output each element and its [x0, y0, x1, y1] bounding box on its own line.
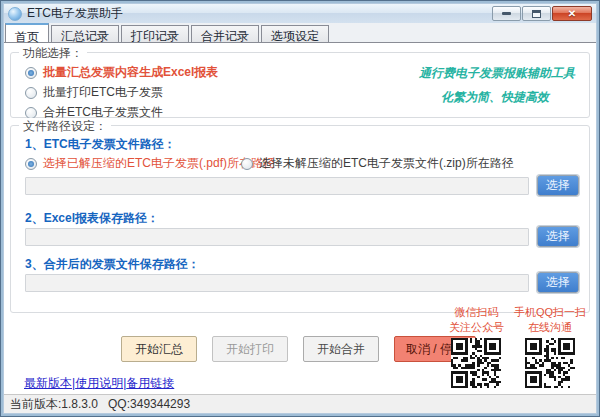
window-title: ETC电子发票助手: [27, 5, 123, 22]
tab-merge-log[interactable]: 合并记录: [191, 25, 259, 42]
qq-caption-line2: 在线沟通: [528, 320, 572, 335]
radio-unchecked-icon[interactable]: [241, 158, 253, 170]
tab-options[interactable]: 选项设定: [261, 25, 329, 42]
slogan-line-2: 化繁为简、快捷高效: [441, 89, 549, 106]
path2-label: 2、Excel报表保存路径：: [25, 210, 159, 227]
version-status-text: 当前版本:1.8.3.0: [10, 396, 98, 413]
maximize-button[interactable]: [522, 6, 551, 21]
function-group-title: 功能选择：: [19, 45, 87, 62]
excel-save-path-browse-button[interactable]: 选择: [537, 226, 579, 247]
radio-batch-summary[interactable]: 批量汇总发票内容生成Excel报表: [25, 64, 218, 81]
wechat-qr-code: [451, 338, 501, 388]
radio-zip-path[interactable]: 选择未解压缩的ETC电子发票文件(.zip)所在路径: [241, 155, 514, 172]
merged-save-path-browse-button[interactable]: 选择: [537, 272, 579, 293]
invoice-path-input[interactable]: [25, 177, 529, 195]
backup-link[interactable]: 备用链接: [126, 376, 174, 390]
radio-checked-icon[interactable]: [25, 67, 37, 79]
qq-caption-line1: 手机QQ扫一扫: [514, 305, 586, 320]
radio-batch-print[interactable]: 批量打印ETC电子发票: [25, 84, 163, 101]
tab-home[interactable]: 首页: [5, 23, 49, 42]
radio-unchecked-icon[interactable]: [25, 107, 37, 119]
path-group-title: 文件路径设定：: [19, 118, 111, 135]
merged-save-path-input[interactable]: [25, 274, 529, 292]
title-bar[interactable]: ETC电子发票助手 ✕: [4, 4, 596, 23]
qq-qr-block: 手机QQ扫一扫 在线沟通: [514, 305, 586, 388]
close-icon: ✕: [568, 9, 576, 19]
tab-strip: 首页 汇总记录 打印记录 合并记录 选项设定: [4, 23, 596, 42]
tab-print-log[interactable]: 打印记录: [121, 25, 189, 42]
qq-status-text: QQ:349344293: [108, 397, 190, 411]
qr-section: 微信扫码 关注公众号 手机QQ扫一扫 在线沟通: [449, 305, 586, 388]
usage-guide-link[interactable]: 使用说明: [75, 376, 123, 390]
wechat-qr-block: 微信扫码 关注公众号: [449, 305, 504, 388]
invoice-path-browse-button[interactable]: 选择: [537, 175, 579, 196]
app-logo-icon: [8, 7, 22, 21]
slogan-line-1: 通行费电子发票报账辅助工具: [419, 65, 575, 82]
start-print-button[interactable]: 开始打印: [212, 336, 288, 362]
path1-label: 1、ETC电子发票文件路径：: [25, 136, 176, 153]
status-bar: 当前版本:1.8.3.0 QQ:349344293: [4, 394, 596, 413]
action-button-row: 开始汇总 开始打印 开始合并 取消 / 停止: [121, 336, 476, 362]
radio-checked-icon[interactable]: [25, 158, 37, 170]
wechat-caption-line1: 微信扫码: [454, 305, 498, 320]
tab-summary-log[interactable]: 汇总记录: [51, 25, 119, 42]
path-settings-group: 文件路径设定： 1、ETC电子发票文件路径： 选择已解压缩的ETC电子发票(.p…: [10, 125, 590, 313]
path3-label: 3、合并后的发票文件保存路径：: [25, 256, 200, 273]
radio-zip-path-label: 选择未解压缩的ETC电子发票文件(.zip)所在路径: [259, 155, 514, 172]
close-button[interactable]: ✕: [552, 6, 592, 21]
app-window: ETC电子发票助手 ✕ 首页 汇总记录 打印记录 合并记录 选项设定 功能选择：: [0, 0, 600, 417]
radio-pdf-path[interactable]: 选择已解压缩的ETC电子发票(.pdf)所在路径: [25, 155, 275, 172]
maximize-icon: [532, 10, 541, 18]
qq-qr-code: [525, 338, 575, 388]
function-select-group: 功能选择： 批量汇总发票内容生成Excel报表 批量打印ETC电子发票 合并ET…: [10, 52, 590, 118]
minimize-icon: [502, 12, 511, 15]
wechat-caption-line2: 关注公众号: [449, 320, 504, 335]
radio-unchecked-icon[interactable]: [25, 87, 37, 99]
radio-batch-summary-label: 批量汇总发票内容生成Excel报表: [43, 64, 218, 81]
home-tab-page: 功能选择： 批量汇总发票内容生成Excel报表 批量打印ETC电子发票 合并ET…: [4, 42, 596, 394]
latest-version-link[interactable]: 最新版本: [24, 376, 72, 390]
excel-save-path-input[interactable]: [25, 228, 529, 246]
window-controls: ✕: [492, 6, 592, 21]
footer-links: 最新版本|使用说明|备用链接: [24, 375, 174, 392]
start-merge-button[interactable]: 开始合并: [303, 336, 379, 362]
minimize-button[interactable]: [492, 6, 521, 21]
start-summary-button[interactable]: 开始汇总: [121, 336, 197, 362]
radio-batch-print-label: 批量打印ETC电子发票: [43, 84, 163, 101]
